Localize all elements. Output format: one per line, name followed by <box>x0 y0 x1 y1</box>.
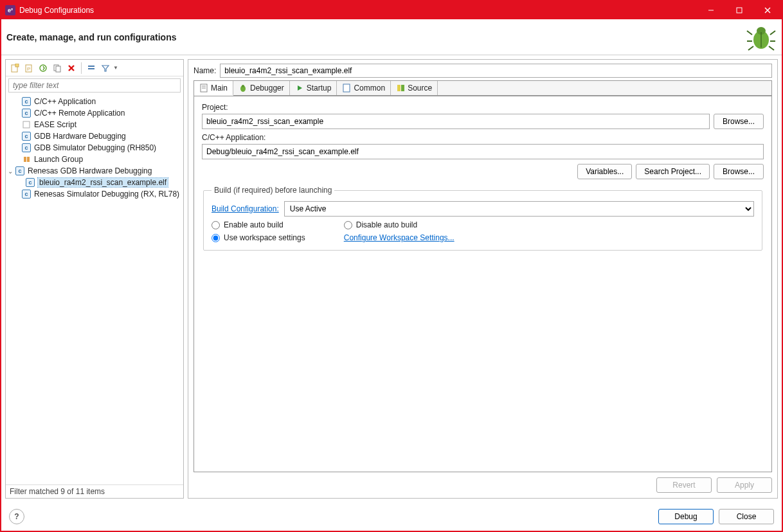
export-button[interactable] <box>37 62 50 75</box>
variables-button[interactable]: Variables... <box>577 164 632 179</box>
svg-rect-26 <box>27 157 30 162</box>
tree-item[interactable]: cGDB Simulator Debugging (RH850) <box>6 142 183 154</box>
build-config-link[interactable]: Build Configuration: <box>212 204 279 213</box>
svg-line-7 <box>747 31 752 35</box>
tab-label: Source <box>408 84 432 93</box>
maximize-button[interactable] <box>725 1 753 19</box>
tree-item-expanded[interactable]: ⌄cRenesas GDB Hardware Debugging <box>6 165 183 177</box>
tab-common[interactable]: Common <box>337 81 391 95</box>
tab-main-body: Project: Browse... C/C++ Application: Va… <box>194 96 772 472</box>
tab-main[interactable]: Main <box>194 81 233 96</box>
source-icon <box>396 84 405 93</box>
radio-label: Use workspace settings <box>224 233 305 242</box>
project-browse-button[interactable]: Browse... <box>714 114 764 129</box>
svg-rect-14 <box>15 64 19 67</box>
minimize-button[interactable] <box>697 1 725 19</box>
tree-item[interactable]: cC/C++ Remote Application <box>6 107 183 119</box>
svg-line-12 <box>769 46 774 50</box>
tree-item[interactable]: Launch Group <box>6 154 183 165</box>
apply-button[interactable]: Apply <box>717 477 772 493</box>
header: Create, manage, and run configurations <box>1 19 782 55</box>
tab-label: Common <box>354 84 385 93</box>
tree-item[interactable]: cRenesas Simulator Debugging (RX, RL78) <box>6 188 183 200</box>
svg-rect-25 <box>24 157 26 162</box>
svg-rect-24 <box>23 121 30 128</box>
config-tree[interactable]: cC/C++ Application cC/C++ Remote Applica… <box>6 94 183 484</box>
document-icon <box>199 84 208 93</box>
name-input[interactable] <box>220 64 772 78</box>
app-input[interactable] <box>202 144 764 159</box>
tab-label: Main <box>211 84 228 93</box>
titlebar: e² Debug Configurations <box>1 1 782 19</box>
tab-label: Debugger <box>250 84 284 93</box>
svg-point-31 <box>242 85 244 87</box>
radio-label: Disable auto build <box>356 220 417 229</box>
common-icon <box>342 84 351 93</box>
svg-rect-1 <box>737 8 742 13</box>
expand-toggle[interactable]: ⌄ <box>6 168 15 175</box>
close-dialog-button[interactable]: Close <box>719 509 774 524</box>
tab-bar: Main Debugger Startup Common Source <box>194 80 772 96</box>
new-config-button[interactable] <box>8 62 21 75</box>
build-group-label: Build (if required) before launching <box>212 186 334 195</box>
bug-small-icon <box>239 84 248 93</box>
tab-source[interactable]: Source <box>391 81 438 95</box>
svg-rect-22 <box>88 66 94 67</box>
build-group: Build (if required) before launching Bui… <box>203 186 762 251</box>
detail-footer: Revert Apply <box>188 475 777 498</box>
config-toolbar: P ▼ <box>6 60 183 76</box>
configure-workspace-link[interactable]: Configure Workspace Settings... <box>344 233 455 242</box>
svg-rect-34 <box>401 85 404 91</box>
svg-text:P: P <box>27 66 30 72</box>
radio-label: Enable auto build <box>224 220 284 229</box>
tab-label: Startup <box>307 84 332 93</box>
app-browse-button[interactable]: Browse... <box>714 164 764 179</box>
tab-debugger[interactable]: Debugger <box>233 81 290 95</box>
tree-item[interactable]: cGDB Hardware Debugging <box>6 130 183 142</box>
bug-icon <box>746 22 777 53</box>
project-input[interactable] <box>202 114 710 129</box>
config-detail-panel: Name: Main Debugger Startup Common Sourc… <box>188 59 778 499</box>
help-button[interactable]: ? <box>9 509 24 524</box>
close-button[interactable] <box>753 1 782 19</box>
tab-startup[interactable]: Startup <box>290 81 338 95</box>
play-icon <box>295 84 304 93</box>
delete-button[interactable] <box>65 62 78 75</box>
debug-button[interactable]: Debug <box>658 509 714 524</box>
svg-rect-33 <box>397 85 401 91</box>
filter-button[interactable] <box>99 62 112 75</box>
new-prototype-button[interactable]: P <box>22 62 35 75</box>
app-label: C/C++ Application: <box>202 133 764 142</box>
name-label: Name: <box>194 66 216 75</box>
app-icon: e² <box>5 5 15 15</box>
svg-rect-19 <box>56 66 60 72</box>
window-title: Debug Configurations <box>19 6 94 15</box>
svg-rect-23 <box>88 68 94 69</box>
tree-item[interactable]: EASE Script <box>6 119 183 130</box>
bottom-bar: ? Debug Close <box>1 502 782 531</box>
config-list-panel: P ▼ cC/C++ Application cC/C++ Remote App… <box>5 59 184 499</box>
svg-rect-32 <box>343 84 350 92</box>
project-label: Project: <box>202 103 764 112</box>
radio-workspace[interactable]: Use workspace settings <box>212 233 305 242</box>
collapse-all-button[interactable] <box>85 62 98 75</box>
radio-disable-auto[interactable]: Disable auto build <box>344 220 455 229</box>
filter-status: Filter matched 9 of 11 items <box>6 484 183 498</box>
header-title: Create, manage, and run configurations <box>6 32 746 42</box>
svg-point-17 <box>40 65 46 71</box>
filter-input[interactable] <box>8 78 181 93</box>
radio-enable-auto[interactable]: Enable auto build <box>212 220 305 229</box>
svg-line-8 <box>770 31 775 35</box>
build-config-select[interactable]: Use Active <box>284 201 754 217</box>
revert-button[interactable]: Revert <box>656 477 712 493</box>
tree-item-selected[interactable]: cbleuio_ra4m2_rssi_scan_example.elf <box>6 177 183 188</box>
svg-line-11 <box>748 46 753 50</box>
search-project-button[interactable]: Search Project... <box>636 164 710 179</box>
tree-item[interactable]: cC/C++ Application <box>6 96 183 107</box>
duplicate-button[interactable] <box>51 62 64 75</box>
dropdown-arrow-icon[interactable]: ▼ <box>113 65 118 71</box>
